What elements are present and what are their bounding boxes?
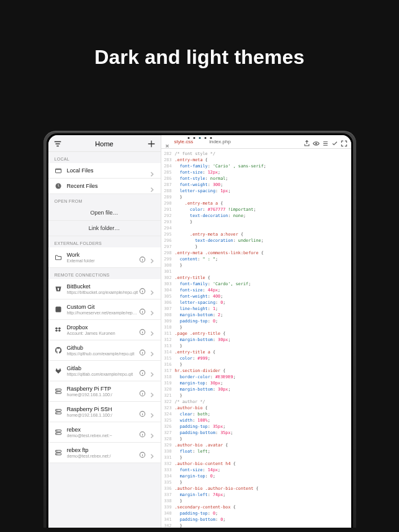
chevron-right-icon	[150, 348, 155, 353]
info-icon[interactable]	[139, 450, 146, 456]
item-subtitle: https://gitlab.com/example/repo.git	[67, 372, 139, 376]
item-subtitle: demo@test.rebex.net:~	[67, 433, 139, 438]
sidebar-item-recent-files[interactable]: Recent Files	[48, 179, 161, 194]
chevron-right-icon	[150, 409, 155, 414]
info-icon[interactable]	[139, 254, 146, 261]
sidebar-item-dropbox[interactable]: DropboxAccount: James Kuronen	[48, 320, 161, 340]
info-icon[interactable]	[139, 429, 146, 436]
chevron-right-icon	[150, 168, 155, 173]
action-link-folder-[interactable]: Link folder…	[48, 221, 161, 236]
sidebar-item-work[interactable]: WorkExternal folder	[48, 247, 161, 268]
info-icon[interactable]	[139, 347, 146, 354]
section-header: LOCAL	[48, 152, 161, 163]
item-title: Recent Files	[67, 183, 150, 189]
info-icon[interactable]	[139, 286, 146, 293]
info-icon[interactable]	[139, 388, 146, 395]
svg-point-22	[56, 433, 57, 434]
item-title: Dropbox	[67, 324, 139, 330]
gitlab-icon	[55, 367, 62, 375]
section-header: EXTERNAL FOLDERS	[48, 236, 161, 247]
svg-point-12	[56, 392, 57, 393]
filter-icon[interactable]	[53, 140, 62, 148]
item-title: Gitlab	[67, 365, 139, 371]
sidebar-item-local-files[interactable]: Local Files	[48, 163, 161, 179]
item-subtitle: demo@test.rebex.net:/	[67, 454, 139, 458]
item-subtitle: External folder	[67, 259, 139, 263]
item-title: Local Files	[67, 167, 150, 174]
item-subtitle: Account: James Kuronen	[67, 331, 139, 335]
chevron-right-icon	[150, 286, 155, 291]
server-icon	[55, 449, 62, 456]
section-header: REMOTE CONNECTIONS	[48, 268, 161, 279]
chevron-right-icon	[150, 368, 155, 373]
headline: Dark and light themes	[94, 46, 305, 69]
screen: Home LOCALLocal FilesRecent FilesOPEN FR…	[48, 135, 351, 528]
info-icon[interactable]	[139, 409, 146, 415]
svg-point-11	[56, 389, 57, 390]
chevron-right-icon	[150, 184, 155, 188]
svg-point-17	[56, 413, 57, 414]
item-subtitle: home@192.168.1.100:/	[67, 392, 139, 397]
folder-icon	[55, 167, 62, 174]
sidebar-title: Home	[62, 140, 147, 148]
chevron-right-icon	[150, 389, 155, 394]
code-area[interactable]: 282/* font style */283.entry-meta {284 f…	[161, 149, 351, 528]
sidebar-item-gitlab[interactable]: Gitlabhttps://gitlab.com/example/repo.gi…	[48, 361, 161, 381]
sidebar-item-raspberry-pi-ftp[interactable]: Raspberry Pi FTPhome@192.168.1.100:/	[48, 381, 161, 402]
svg-point-21	[56, 430, 57, 431]
section-header: OPEN FROM	[48, 194, 161, 205]
menu-icon[interactable]	[322, 138, 329, 145]
item-title: Custom Git	[67, 304, 139, 310]
sidebar-item-github[interactable]: Githubhttps://github.com/example/repo.gi…	[48, 340, 161, 361]
action-open-file-[interactable]: Open file…	[48, 205, 161, 221]
chevron-right-icon	[150, 450, 155, 455]
eye-icon[interactable]	[313, 138, 320, 145]
folder-open-icon	[55, 254, 62, 261]
sidebar-item-raspberry-pi-ssh[interactable]: Raspberry Pi SSHhome@192.168.1.100:/	[48, 402, 161, 422]
sidebar-item-rebex-ftp[interactable]: rebex ftpdemo@test.rebex.net:/	[48, 443, 161, 463]
item-title: Github	[67, 345, 139, 351]
git-icon	[55, 306, 62, 313]
info-icon[interactable]	[139, 306, 146, 313]
chevron-right-icon	[150, 307, 155, 312]
chevron-right-icon	[150, 327, 155, 332]
svg-point-29	[315, 143, 316, 144]
item-title: rebex ftp	[67, 447, 139, 453]
expand-icon[interactable]	[341, 138, 347, 145]
bitbucket-icon	[55, 285, 62, 293]
add-icon[interactable]	[147, 140, 156, 148]
server-icon	[55, 408, 62, 415]
item-title: BitBucket	[67, 283, 139, 290]
item-title: rebex	[67, 427, 139, 433]
sidebar-item-custom-git[interactable]: Custom Githttp://homeserver.net/example/…	[48, 299, 161, 320]
sidebar-item-rebex[interactable]: rebexdemo@test.rebex.net:~	[48, 422, 161, 443]
chevron-right-icon	[150, 255, 155, 260]
info-icon[interactable]	[139, 327, 146, 334]
close-tab-icon[interactable]	[165, 140, 169, 144]
check-icon[interactable]	[331, 138, 338, 145]
dropbox-icon	[55, 326, 62, 334]
editor: style.cssindex.php 282/* font style */28…	[161, 135, 351, 528]
item-subtitle: https://bitbucket.org/example/repo.git	[67, 290, 139, 295]
server-icon	[55, 428, 62, 436]
item-subtitle: home@192.168.1.100:/	[67, 413, 139, 417]
info-icon[interactable]	[139, 368, 146, 375]
item-subtitle: http://homeserver.net/example/repo.git	[67, 311, 139, 315]
svg-point-26	[56, 451, 57, 451]
item-title: Raspberry Pi FTP	[67, 386, 139, 392]
server-icon	[55, 388, 62, 395]
share-icon[interactable]	[303, 138, 310, 145]
chevron-right-icon	[150, 430, 155, 435]
device-frame: Home LOCALLocal FilesRecent FilesOPEN FR…	[43, 131, 356, 528]
clock-icon	[55, 182, 62, 190]
item-title: Raspberry Pi SSH	[67, 406, 139, 412]
github-icon	[55, 347, 62, 354]
item-title: Work	[67, 252, 139, 258]
svg-rect-4	[55, 307, 61, 313]
svg-point-27	[56, 454, 57, 454]
svg-point-16	[56, 410, 57, 410]
item-subtitle: https://github.com/example/repo.git	[67, 352, 139, 356]
sidebar-item-bitbucket[interactable]: BitBuckethttps://bitbucket.org/example/r…	[48, 279, 161, 299]
sidebar: Home LOCALLocal FilesRecent FilesOPEN FR…	[48, 135, 161, 528]
